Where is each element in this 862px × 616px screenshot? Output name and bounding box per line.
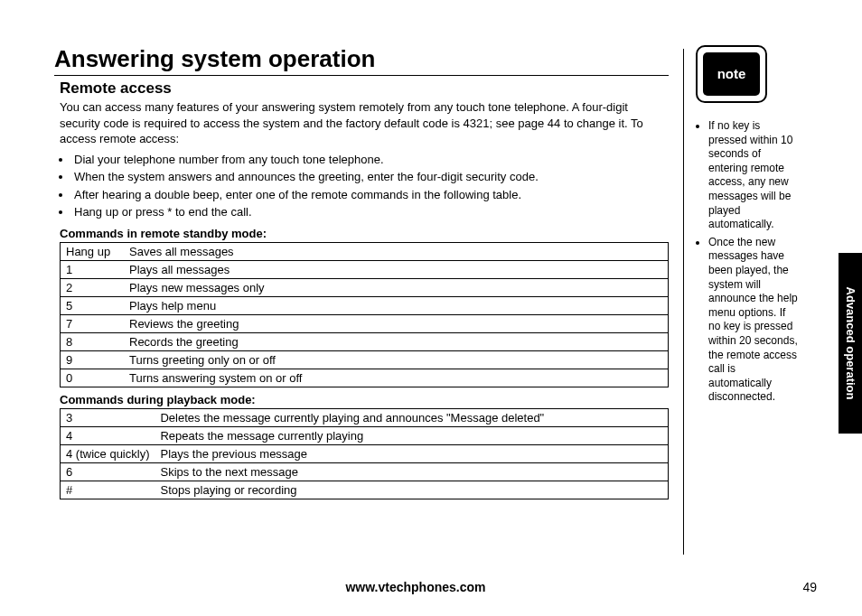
note-badge: note — [696, 45, 767, 103]
note-badge-label: note — [703, 52, 760, 96]
page-number: 49 — [802, 580, 817, 594]
table-row: 7Reviews the greeting — [61, 314, 669, 332]
table-row: 0Turns answering system on or off — [61, 369, 669, 387]
table-row: 2Plays new messages only — [61, 278, 669, 296]
sidebar: note If no key is pressed within 10 seco… — [696, 45, 800, 408]
section-heading: Remote access — [60, 79, 669, 98]
list-item: Dial your telephone number from any touc… — [72, 151, 669, 169]
table-row: 5Plays help menu — [61, 296, 669, 314]
list-item: Once the new messages have been played, … — [708, 236, 800, 405]
side-tab: Advanced operation — [839, 253, 862, 434]
table-row: 4Repeats the message currently playing — [61, 426, 669, 444]
vertical-separator — [683, 49, 684, 555]
playback-commands-table: 3Deletes the message currently playing a… — [60, 408, 669, 499]
side-tab-label: Advanced operation — [844, 287, 857, 400]
table-row: 3Deletes the message currently playing a… — [61, 408, 669, 426]
table-row: 6Skips to the next message — [61, 462, 669, 481]
list-item: If no key is pressed within 10 seconds o… — [708, 119, 800, 232]
list-item: After hearing a double beep, enter one o… — [72, 186, 669, 204]
footer-url: www.vtechphones.com — [0, 580, 831, 594]
standby-commands-table: Hang upSaves all messages 1Plays all mes… — [60, 242, 669, 387]
table-title-standby: Commands in remote standby mode: — [60, 227, 669, 240]
table-row: 1Plays all messages — [61, 260, 669, 278]
table-row: Hang upSaves all messages — [61, 242, 669, 260]
page-title: Answering system operation — [54, 45, 669, 76]
steps-list: Dial your telephone number from any touc… — [60, 151, 669, 221]
list-item: Hang up or press * to end the call. — [72, 203, 669, 221]
table-title-playback: Commands during playback mode: — [60, 393, 669, 406]
notes-list: If no key is pressed within 10 seconds o… — [696, 119, 800, 405]
table-row: 4 (twice quickly)Plays the previous mess… — [61, 444, 669, 462]
table-row: #Stops playing or recording — [61, 481, 669, 499]
table-row: 9Turns greeting only on or off — [61, 350, 669, 369]
list-item: When the system answers and announces th… — [72, 168, 669, 186]
intro-paragraph: You can access many features of your ans… — [60, 99, 669, 147]
table-row: 8Records the greeting — [61, 332, 669, 350]
